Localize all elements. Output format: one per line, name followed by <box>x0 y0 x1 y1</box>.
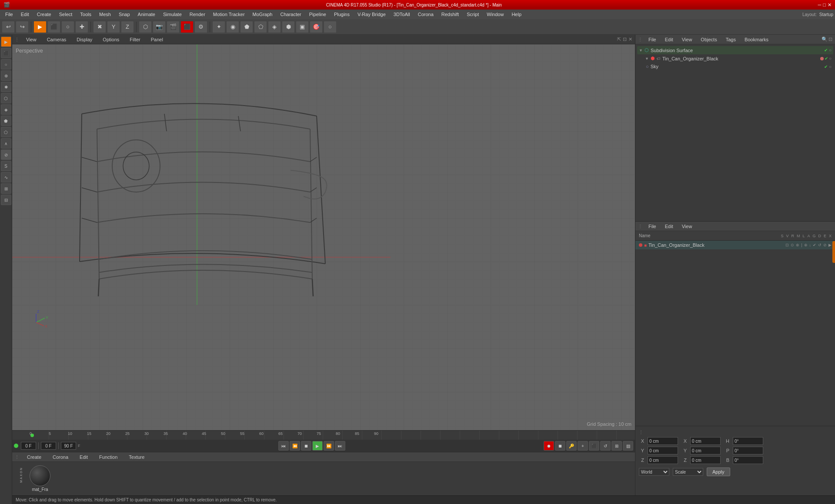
vp-close-btn[interactable]: ✕ <box>628 36 632 42</box>
end-frame-input[interactable] <box>61 442 76 450</box>
ltool-pen[interactable]: ∧ <box>1 138 11 149</box>
vp-expand-btn[interactable]: ⇱ <box>617 36 621 42</box>
ltool-star[interactable]: ✱ <box>1 82 11 92</box>
mm-material-row[interactable]: ■ Tin_Can_Organizer_Black ⊡ ⊙ ⊗ | ⊕ ↓ ✔ … <box>635 241 835 249</box>
tool3-btn[interactable]: ⬟ <box>240 21 253 33</box>
ltool-s[interactable]: S <box>1 161 11 171</box>
render-btn[interactable]: 🎬 <box>167 21 180 33</box>
maximize-btn[interactable]: □ <box>823 2 826 8</box>
ltool-wave[interactable]: ∿ <box>1 172 11 182</box>
rotate-btn[interactable]: Z <box>121 21 134 33</box>
tab-corona[interactable]: Corona <box>49 454 72 461</box>
loop-btn[interactable]: ↺ <box>600 441 611 451</box>
mm-icon-4[interactable]: | <box>801 243 802 247</box>
menu-snap[interactable]: Snap <box>115 11 134 18</box>
menu-pipeline[interactable]: Pipeline <box>306 11 330 18</box>
ltool-shape[interactable]: ⬟ <box>1 116 11 126</box>
next-frame-btn[interactable]: ⏩ <box>324 441 334 451</box>
om-view[interactable]: View <box>679 36 695 43</box>
mm-file[interactable]: File <box>646 223 659 230</box>
layers-btn[interactable]: ▤ <box>623 441 633 451</box>
render-settings-btn[interactable]: ⚙ <box>194 21 207 33</box>
menu-3dtoall[interactable]: 3DToAll <box>390 11 414 18</box>
apply-button[interactable]: Apply <box>707 468 730 476</box>
settings-btn2[interactable]: ⊞ <box>611 441 622 451</box>
menu-tools[interactable]: Tools <box>77 11 95 18</box>
tool6-btn[interactable]: ⬢ <box>282 21 295 33</box>
om-tags[interactable]: Tags <box>723 36 738 43</box>
mm-icon-9[interactable]: ⊘ <box>823 243 827 247</box>
tab-texture[interactable]: Texture <box>125 454 148 461</box>
tool1-btn[interactable]: ✦ <box>212 21 225 33</box>
tool4-btn[interactable]: ⬠ <box>254 21 267 33</box>
coord-x-input[interactable] <box>648 437 678 445</box>
goto-end-btn[interactable]: ⏭ <box>335 441 345 451</box>
tab-create[interactable]: Create <box>23 454 45 461</box>
vp-tab-panel[interactable]: Panel <box>147 36 167 43</box>
tool7-btn[interactable]: ▣ <box>296 21 309 33</box>
sky-check[interactable]: ✔ <box>824 64 828 69</box>
tool2-btn[interactable]: ◉ <box>226 21 239 33</box>
ltool-add[interactable]: ⊕ <box>1 70 11 81</box>
om-item-sky[interactable]: ○ Sky ✔ ○ <box>637 63 833 70</box>
coord-y-input[interactable] <box>648 447 678 454</box>
vp-tab-cameras[interactable]: Cameras <box>43 36 70 43</box>
mm-icon-7[interactable]: ✔ <box>813 243 816 247</box>
material-slot[interactable]: mat_Fra <box>30 465 50 492</box>
autokey-btn[interactable]: ⏹ <box>555 441 565 451</box>
coord-z-input[interactable] <box>648 456 678 464</box>
coord-z2-input[interactable] <box>690 456 721 464</box>
mm-icon-2[interactable]: ⊙ <box>791 243 794 247</box>
ltool-paint[interactable]: ⊘ <box>1 149 11 160</box>
om-search-icon[interactable]: 🔍 <box>822 36 828 42</box>
ltool-move[interactable]: ▶ <box>1 36 11 47</box>
menu-create[interactable]: Create <box>33 11 55 18</box>
menu-motion-tracker[interactable]: Motion Tracker <box>210 11 248 18</box>
scale-select[interactable]: Scale <box>673 468 703 476</box>
stop-btn[interactable]: ⏹ <box>301 441 311 451</box>
menu-mograph[interactable]: MoGraph <box>249 11 276 18</box>
tab-edit[interactable]: Edit <box>76 454 91 461</box>
select-face-btn[interactable]: ✚ <box>75 21 88 33</box>
menu-redshift[interactable]: Redshift <box>438 11 462 18</box>
lock-icon[interactable]: ○ <box>829 48 832 53</box>
menu-animate[interactable]: Animate <box>134 11 159 18</box>
tab-function[interactable]: Function <box>96 454 121 461</box>
keyframe-btn[interactable]: 🔑 <box>566 441 577 451</box>
om-file[interactable]: File <box>646 36 659 43</box>
mm-icon-3[interactable]: ⊗ <box>796 243 799 247</box>
current-frame-input[interactable] <box>41 442 56 450</box>
vp-tab-filter[interactable]: Filter <box>126 36 144 43</box>
menu-file[interactable]: File <box>2 11 17 18</box>
mm-icon-10[interactable]: ▶ <box>828 243 832 247</box>
tincan-check[interactable]: ✔ <box>825 56 828 61</box>
coord-h-input[interactable] <box>733 437 763 445</box>
sky-lock[interactable]: ○ <box>829 64 832 69</box>
prev-frame-btn[interactable]: ⏪ <box>290 441 300 451</box>
viewport[interactable]: Y Z X Perspective Grid Spacing : 10 cm <box>12 44 635 430</box>
om-expand-icon[interactable]: ⊡ <box>828 36 832 42</box>
tool5-btn[interactable]: ◈ <box>268 21 281 33</box>
ltool-select[interactable]: ⬛ <box>1 48 11 58</box>
play-btn[interactable]: ▶ <box>312 441 323 451</box>
ltool-diamond[interactable]: ◈ <box>1 104 11 115</box>
ltool-grid2[interactable]: ⊟ <box>1 195 11 205</box>
cube-btn[interactable]: ⬡ <box>139 21 152 33</box>
record-btn[interactable]: ⏺ <box>544 441 554 451</box>
om-bookmarks[interactable]: Bookmarks <box>742 36 771 43</box>
vp-fullscreen-btn[interactable]: ⊡ <box>623 36 627 42</box>
menu-mesh[interactable]: Mesh <box>96 11 114 18</box>
undo-btn[interactable]: ↩ <box>2 21 15 33</box>
tool8-btn[interactable]: 🎯 <box>310 21 323 33</box>
ltool-circle[interactable]: ○ <box>1 59 11 70</box>
minimize-btn[interactable]: ─ <box>818 2 822 8</box>
menu-corona[interactable]: Corona <box>414 11 437 18</box>
coord-b-input[interactable] <box>733 456 763 464</box>
goto-start-btn[interactable]: ⏮ <box>278 441 289 451</box>
move-btn[interactable]: ✖ <box>93 21 106 33</box>
om-item-subdivision[interactable]: ▼ ⬡ Subdivision Surface ✔ ○ <box>637 46 833 54</box>
coord-y2-input[interactable] <box>690 447 721 454</box>
select-all-btn[interactable]: ▶ <box>33 21 47 33</box>
coord-x2-input[interactable] <box>690 437 721 445</box>
vp-tab-view[interactable]: View <box>23 36 40 43</box>
